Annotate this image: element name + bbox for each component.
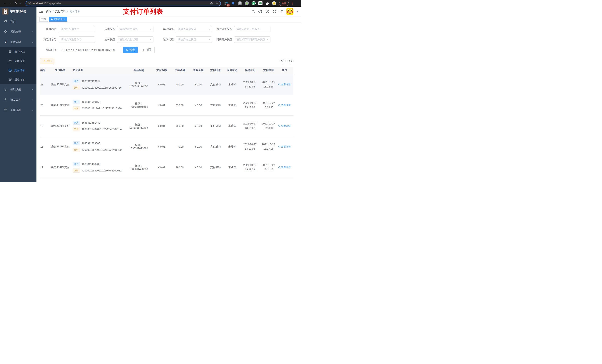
tab-pay-order[interactable]: 支付订单 × bbox=[49, 17, 67, 22]
pay-tag: 支付 bbox=[73, 148, 80, 152]
pay-tag: 支付 bbox=[73, 168, 80, 173]
view-detail-link[interactable]: 查看详情 bbox=[278, 145, 291, 148]
sidebar-item-label: 退款订单 bbox=[14, 78, 25, 81]
logo-row[interactable]: 芋道管理系统 bbox=[0, 7, 36, 16]
merchant-tag: 商户 bbox=[73, 141, 80, 145]
sidebar-item-refund-order[interactable]: 退款订单 bbox=[0, 75, 36, 84]
merchant-order-input[interactable]: 请输入商户订单编号 bbox=[234, 26, 270, 32]
table-search-toggle-button[interactable] bbox=[280, 58, 286, 64]
sidebar-item-app-info[interactable]: 应用信息 bbox=[0, 57, 36, 66]
main-area: 首页 / 支付管理 / 支付订单 支付订单列表 bbox=[36, 7, 301, 182]
chevron-up-icon: ▴ bbox=[32, 41, 33, 43]
chevron-down-icon: ▾ bbox=[32, 31, 33, 33]
extension-command-icon[interactable]: ⌘ bbox=[238, 1, 242, 5]
search-icon[interactable] bbox=[252, 10, 255, 13]
breadcrumb-pay[interactable]: 支付管理 bbox=[55, 10, 65, 13]
bookmark-star-icon[interactable]: ☆ bbox=[216, 2, 218, 5]
sidebar-item-system[interactable]: 系统管理 ▾ bbox=[0, 27, 36, 37]
merchant-tag: 商户 bbox=[73, 162, 80, 166]
browser-update-button[interactable]: 更新 bbox=[279, 1, 289, 6]
breadcrumb-current: 支付订单 bbox=[70, 10, 80, 13]
github-icon[interactable] bbox=[258, 10, 262, 13]
document-copy-icon bbox=[8, 78, 12, 81]
sidebar-fold-icon[interactable] bbox=[39, 10, 43, 13]
tab-close-icon[interactable]: × bbox=[64, 18, 65, 21]
chevron-down-icon: ▾ bbox=[266, 39, 268, 41]
extension-gem-icon[interactable] bbox=[231, 1, 235, 5]
navbar-actions: ? TT bbox=[252, 8, 298, 15]
sidebar-item-workflow[interactable]: 工作流程 ▾ bbox=[0, 105, 36, 115]
extension-emoji-icon[interactable] bbox=[272, 1, 276, 5]
tag-tabbar: 首页 支付订单 × bbox=[36, 16, 301, 22]
refund-status-select[interactable]: 请选择退款状态 ▾ bbox=[176, 36, 212, 43]
view-detail-link[interactable]: 查看详情 bbox=[278, 83, 291, 86]
channel-code-select[interactable]: 请输入渠道编码 ▾ bbox=[176, 26, 212, 32]
monitor-icon bbox=[4, 88, 7, 91]
notify-status-select[interactable]: 请选择订单回调商户状态 ▾ bbox=[234, 36, 270, 43]
table-row-partial: 商户1635311351726 bbox=[40, 178, 293, 182]
extension-icons: 10 ⌘ y bbox=[224, 1, 276, 5]
browser-chrome: ← → ↻ ⌂ i localhost :1024/pay/order ☆ 10 bbox=[0, 0, 301, 7]
browser-reload-icon[interactable]: ↻ bbox=[13, 1, 19, 5]
browser-forward-icon[interactable]: → bbox=[7, 1, 13, 5]
avatar-caret-icon[interactable]: ▾ bbox=[297, 10, 298, 13]
merchant-tag: 商户 bbox=[73, 79, 80, 83]
sidebar: 芋道管理系统 首页 系统管理 ▾ ¥ bbox=[0, 7, 36, 182]
sidebar-item-pay-order[interactable]: ¥ 支付订单 bbox=[0, 66, 36, 75]
breadcrumb-home[interactable]: 首页 bbox=[46, 10, 51, 13]
table-refresh-button[interactable] bbox=[288, 58, 294, 64]
view-detail-link[interactable]: 查看详情 bbox=[278, 124, 291, 128]
extension-record-icon[interactable] bbox=[245, 1, 249, 5]
app-select[interactable]: 请选择应用信息 ▾ bbox=[117, 26, 153, 32]
filter-label: 退款状态 bbox=[153, 38, 176, 41]
browser-home-icon[interactable]: ⌂ bbox=[19, 1, 24, 5]
export-button[interactable]: 导出 bbox=[40, 58, 54, 64]
site-info-icon[interactable]: i bbox=[28, 2, 31, 5]
browser-back-icon[interactable]: ← bbox=[2, 1, 7, 5]
extension-chat-icon[interactable] bbox=[258, 1, 262, 5]
extensions-puzzle-icon[interactable] bbox=[265, 1, 269, 5]
font-size-icon[interactable]: TT bbox=[280, 10, 283, 13]
navbar: 首页 / 支付管理 / 支付订单 支付订单列表 bbox=[36, 7, 301, 16]
sidebar-item-pay[interactable]: ¥ 支付管理 ▴ bbox=[0, 37, 36, 47]
sidebar-item-label: 首页 bbox=[10, 20, 16, 23]
user-avatar[interactable] bbox=[286, 8, 293, 15]
sidebar-item-merchant-info[interactable]: 商户信息 bbox=[0, 47, 36, 57]
create-time-range-picker[interactable]: 2021-10-01 00:00:00 - 2021-10-31 23:59:5… bbox=[59, 47, 121, 53]
sidebar-item-home[interactable]: 首页 bbox=[0, 16, 36, 27]
merchant-select[interactable]: 请选择所属商户 bbox=[59, 26, 95, 32]
merchant-tag: 商户 bbox=[73, 121, 80, 125]
pay-tag: 支付 bbox=[73, 86, 80, 90]
browser-menu-icon[interactable] bbox=[291, 1, 293, 6]
sidebar-item-label: 基础设施 bbox=[10, 88, 21, 91]
sidebar-item-infra[interactable]: 基础设施 ▾ bbox=[0, 84, 36, 95]
active-tab-dot bbox=[51, 19, 53, 20]
extension-y-icon[interactable]: y bbox=[252, 1, 256, 5]
share-icon[interactable] bbox=[210, 2, 213, 5]
svg-text:?: ? bbox=[267, 10, 268, 12]
channel-order-input[interactable]: 请输入渠道订单号 bbox=[59, 36, 95, 43]
table-toolbar: 导出 bbox=[36, 57, 301, 64]
search-button[interactable]: 搜索 bbox=[123, 47, 138, 53]
pay-status-select[interactable]: 请选择支付状态 ▾ bbox=[117, 36, 153, 43]
view-detail-link[interactable]: 查看详情 bbox=[278, 104, 291, 107]
tab-home[interactable]: 首页 bbox=[39, 17, 48, 22]
chevron-down-icon: ▾ bbox=[149, 39, 151, 41]
sidebar-item-devtools[interactable]: 研发工具 ▾ bbox=[0, 95, 36, 105]
filter-label: 所属商户 bbox=[36, 28, 59, 31]
view-detail-link[interactable]: 查看详情 bbox=[278, 166, 291, 169]
reset-button[interactable]: 重置 bbox=[140, 47, 155, 53]
page-title-annotation: 支付订单列表 bbox=[123, 7, 163, 16]
extension-tasks-icon[interactable]: 10 bbox=[224, 1, 228, 5]
chevron-down-icon: ▾ bbox=[208, 28, 210, 31]
url-path: :1024/pay/order bbox=[43, 2, 61, 5]
filter-label: 渠道编码 bbox=[153, 28, 176, 31]
pay-tag: 支付 bbox=[73, 106, 80, 110]
dashboard-icon bbox=[4, 20, 7, 23]
table-row: 19 微信 JSAPI 支付 商户1635311881440 支付4200001… bbox=[40, 116, 293, 136]
briefcase-icon bbox=[4, 109, 7, 112]
help-icon[interactable]: ? bbox=[266, 10, 269, 13]
address-bar[interactable]: i localhost :1024/pay/order ☆ bbox=[26, 1, 221, 6]
fullscreen-icon[interactable] bbox=[273, 10, 276, 13]
table-row: 20 微信 JSAPI 支付 商户1635311949168 支付4200001… bbox=[40, 95, 293, 116]
